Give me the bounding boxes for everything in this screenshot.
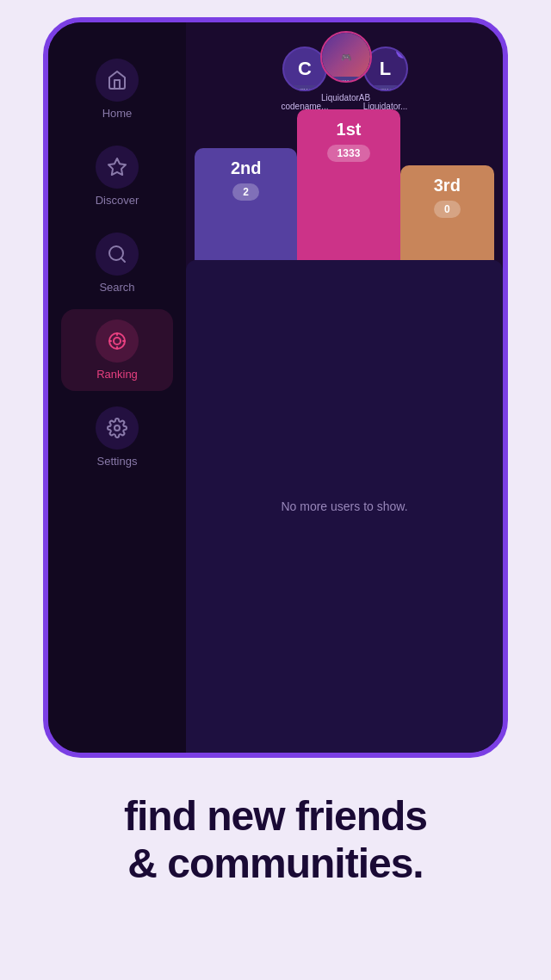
search-icon-circle (96, 233, 139, 276)
svg-point-4 (114, 338, 121, 344)
svg-point-5 (115, 425, 120, 431)
podium-bar-third: 3rd 0 (400, 165, 494, 260)
tagline-text: find new friends & communities. (43, 792, 508, 887)
second-avatar-letter: C (298, 58, 312, 80)
sidebar-item-discover[interactable]: Discover (61, 135, 173, 217)
second-score: 2 (232, 183, 259, 201)
avatar-circle-first: SENPAI 🎮 NEWB (320, 31, 372, 83)
discover-icon-circle (96, 146, 139, 189)
settings-icon (107, 418, 127, 438)
third-score: 0 (434, 201, 461, 218)
home-icon-circle (96, 59, 139, 102)
search-label: Search (99, 281, 134, 294)
third-newb-badge: NEWB (368, 85, 401, 91)
sidebar: Home Discover Search (48, 22, 186, 753)
dark-panel: No more users to show. (186, 260, 503, 753)
discover-icon (107, 157, 127, 177)
plus-icon: + (396, 47, 408, 59)
home-icon (107, 70, 127, 90)
settings-label: Settings (97, 455, 138, 468)
podium-bar-second: 2nd 2 (195, 148, 297, 260)
first-rank: 1st (337, 120, 362, 140)
settings-icon-circle (96, 406, 139, 450)
phone-wrapper: Home Discover Search (43, 0, 508, 758)
discover-label: Discover (96, 194, 139, 207)
first-username: LiquidatorAB (321, 93, 370, 102)
ranking-icon-circle (96, 319, 139, 363)
sidebar-item-search[interactable]: Search (61, 222, 173, 304)
first-avatar-image: 🎮 (322, 33, 370, 81)
empty-state-message: No more users to show. (281, 499, 407, 513)
third-avatar-letter: L (380, 58, 391, 80)
content-layout: C NEWB codename... SENPAI 🎮 (186, 22, 503, 753)
ranking-icon (107, 331, 127, 351)
sidebar-item-ranking[interactable]: Ranking (61, 309, 173, 391)
search-icon (107, 244, 127, 264)
podium-bar-first: 1st 1333 (297, 109, 399, 260)
svg-marker-0 (108, 158, 126, 175)
first-newb-badge: NEWB (329, 77, 362, 83)
first-score: 1333 (327, 145, 371, 162)
tagline-section: find new friends & communities. (0, 758, 551, 913)
first-avatar-art: 🎮 (341, 53, 351, 62)
avatars-row: C NEWB codename... SENPAI 🎮 (186, 22, 503, 102)
svg-line-2 (121, 258, 125, 262)
avatar-item-first: SENPAI 🎮 NEWB LiquidatorAB (320, 31, 372, 102)
podium-bars: 2nd 2 1st 1333 3rd 0 (186, 109, 503, 260)
main-content: C NEWB codename... SENPAI 🎮 (186, 22, 503, 753)
home-label: Home (102, 107, 133, 120)
sidebar-item-home[interactable]: Home (61, 48, 173, 130)
phone-frame: Home Discover Search (43, 17, 508, 758)
tagline-line2: & communities. (127, 840, 423, 886)
ranking-label: Ranking (96, 368, 138, 381)
senpai-badge: SENPAI (325, 31, 367, 33)
second-rank: 2nd (231, 158, 262, 178)
second-newb-badge: NEWB (288, 85, 321, 91)
tagline-line1: find new friends (124, 793, 427, 839)
sidebar-item-settings[interactable]: Settings (61, 396, 173, 478)
third-rank: 3rd (434, 176, 461, 195)
